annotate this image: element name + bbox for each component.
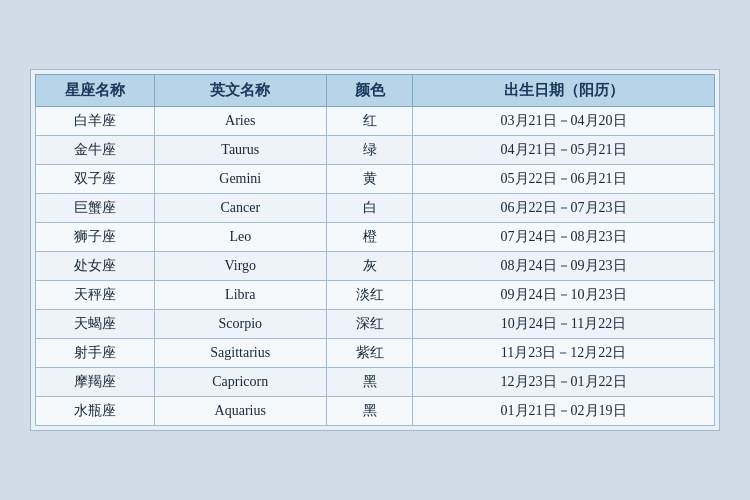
cell-chinese-6: 天秤座 — [36, 281, 155, 310]
cell-chinese-5: 处女座 — [36, 252, 155, 281]
zodiac-table-container: 星座名称 英文名称 颜色 出生日期（阳历） 白羊座Aries红03月21日－04… — [30, 69, 720, 431]
cell-english-6: Libra — [154, 281, 326, 310]
cell-color-9: 黑 — [326, 368, 412, 397]
cell-date-2: 05月22日－06月21日 — [413, 165, 715, 194]
table-row: 巨蟹座Cancer白06月22日－07月23日 — [36, 194, 715, 223]
header-chinese: 星座名称 — [36, 75, 155, 107]
cell-english-7: Scorpio — [154, 310, 326, 339]
table-row: 摩羯座Capricorn黑12月23日－01月22日 — [36, 368, 715, 397]
cell-date-5: 08月24日－09月23日 — [413, 252, 715, 281]
cell-chinese-8: 射手座 — [36, 339, 155, 368]
cell-color-7: 深红 — [326, 310, 412, 339]
zodiac-table: 星座名称 英文名称 颜色 出生日期（阳历） 白羊座Aries红03月21日－04… — [35, 74, 715, 426]
cell-date-8: 11月23日－12月22日 — [413, 339, 715, 368]
cell-english-5: Virgo — [154, 252, 326, 281]
cell-color-3: 白 — [326, 194, 412, 223]
cell-color-2: 黄 — [326, 165, 412, 194]
cell-chinese-7: 天蝎座 — [36, 310, 155, 339]
cell-date-7: 10月24日－11月22日 — [413, 310, 715, 339]
cell-date-3: 06月22日－07月23日 — [413, 194, 715, 223]
cell-color-5: 灰 — [326, 252, 412, 281]
cell-color-10: 黑 — [326, 397, 412, 426]
cell-chinese-1: 金牛座 — [36, 136, 155, 165]
cell-date-9: 12月23日－01月22日 — [413, 368, 715, 397]
table-row: 白羊座Aries红03月21日－04月20日 — [36, 107, 715, 136]
cell-color-4: 橙 — [326, 223, 412, 252]
cell-chinese-9: 摩羯座 — [36, 368, 155, 397]
cell-english-8: Sagittarius — [154, 339, 326, 368]
cell-date-1: 04月21日－05月21日 — [413, 136, 715, 165]
table-row: 狮子座Leo橙07月24日－08月23日 — [36, 223, 715, 252]
cell-english-4: Leo — [154, 223, 326, 252]
table-row: 射手座Sagittarius紫红11月23日－12月22日 — [36, 339, 715, 368]
header-date: 出生日期（阳历） — [413, 75, 715, 107]
cell-date-6: 09月24日－10月23日 — [413, 281, 715, 310]
table-row: 处女座Virgo灰08月24日－09月23日 — [36, 252, 715, 281]
cell-english-9: Capricorn — [154, 368, 326, 397]
cell-english-10: Aquarius — [154, 397, 326, 426]
cell-english-0: Aries — [154, 107, 326, 136]
cell-english-1: Taurus — [154, 136, 326, 165]
cell-color-6: 淡红 — [326, 281, 412, 310]
table-row: 天秤座Libra淡红09月24日－10月23日 — [36, 281, 715, 310]
cell-color-8: 紫红 — [326, 339, 412, 368]
cell-english-3: Cancer — [154, 194, 326, 223]
cell-english-2: Gemini — [154, 165, 326, 194]
cell-date-10: 01月21日－02月19日 — [413, 397, 715, 426]
cell-date-0: 03月21日－04月20日 — [413, 107, 715, 136]
table-row: 天蝎座Scorpio深红10月24日－11月22日 — [36, 310, 715, 339]
cell-chinese-4: 狮子座 — [36, 223, 155, 252]
cell-chinese-0: 白羊座 — [36, 107, 155, 136]
table-row: 双子座Gemini黄05月22日－06月21日 — [36, 165, 715, 194]
table-header-row: 星座名称 英文名称 颜色 出生日期（阳历） — [36, 75, 715, 107]
cell-color-0: 红 — [326, 107, 412, 136]
header-color: 颜色 — [326, 75, 412, 107]
cell-chinese-2: 双子座 — [36, 165, 155, 194]
header-english: 英文名称 — [154, 75, 326, 107]
cell-color-1: 绿 — [326, 136, 412, 165]
table-row: 水瓶座Aquarius黑01月21日－02月19日 — [36, 397, 715, 426]
table-row: 金牛座Taurus绿04月21日－05月21日 — [36, 136, 715, 165]
cell-date-4: 07月24日－08月23日 — [413, 223, 715, 252]
cell-chinese-3: 巨蟹座 — [36, 194, 155, 223]
cell-chinese-10: 水瓶座 — [36, 397, 155, 426]
